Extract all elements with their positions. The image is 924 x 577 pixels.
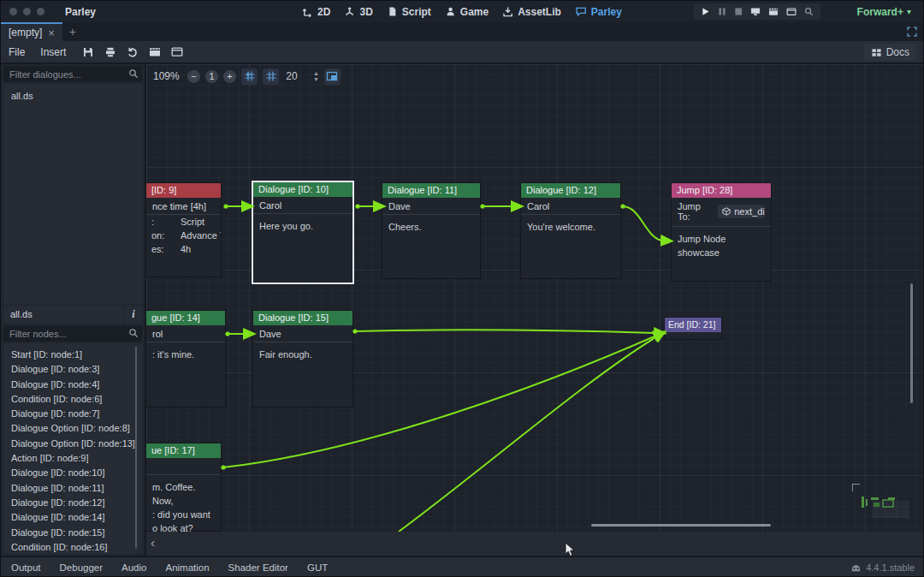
- godot-editor-window: Parley 2D 3D Script Game AssetLib: [0, 0, 924, 577]
- scene-tab-empty[interactable]: [empty] ×: [1, 22, 62, 41]
- window-maximize-dot[interactable]: [37, 8, 44, 15]
- snap-grid-icon[interactable]: [263, 68, 279, 85]
- node-text: You're welcome.: [521, 215, 620, 239]
- window-close-dot[interactable]: [9, 8, 17, 15]
- zoom-in-button[interactable]: +: [223, 70, 236, 83]
- tab-assetlib[interactable]: AssetLib: [502, 6, 561, 18]
- tab-3d[interactable]: 3D: [344, 6, 372, 18]
- save-icon[interactable]: [82, 46, 94, 58]
- docs-button[interactable]: Docs: [864, 44, 916, 61]
- horizontal-scrollbar[interactable]: [591, 524, 771, 526]
- tab-script[interactable]: Script: [387, 6, 431, 18]
- list-item[interactable]: Dialogue [ID: node:12]: [3, 496, 142, 510]
- panel-output[interactable]: Output: [11, 562, 41, 573]
- spin-up-icon[interactable]: ▲: [313, 71, 319, 76]
- snap-step-spinner[interactable]: ▲▼: [313, 71, 319, 82]
- filter-dialogues-input[interactable]: [3, 66, 142, 82]
- zoom-reset-button[interactable]: 1: [205, 70, 218, 83]
- list-item[interactable]: Dialogue Option [ID: node:13]: [3, 437, 142, 451]
- graph-node-action-9[interactable]: [ID: 9] nce time [4h] :Script on:Advance…: [146, 182, 222, 277]
- node-title[interactable]: Jump [ID: 28]: [672, 183, 771, 198]
- node-title[interactable]: End [ID: 21]: [665, 318, 721, 332]
- list-item[interactable]: Dialogue [ID: node:11]: [3, 481, 142, 496]
- window-minimize-dot[interactable]: [23, 8, 31, 15]
- filter-nodes-box: [3, 325, 142, 342]
- graph-node-dialogue-11[interactable]: Dialogue [ID: 11] Dave Cheers.: [382, 182, 481, 279]
- undo-icon[interactable]: [127, 46, 139, 58]
- search-icon: [128, 328, 139, 338]
- node-speaker: Carol: [253, 197, 352, 214]
- movie-record-button[interactable]: [786, 7, 797, 16]
- vertical-scrollbar[interactable]: [910, 283, 913, 403]
- jump-target-button[interactable]: next_di: [718, 205, 765, 218]
- node-title[interactable]: Dialogue [ID: 15]: [253, 311, 352, 325]
- game-icon: [445, 6, 456, 17]
- list-item[interactable]: Dialogue Option [ID: node:8]: [3, 421, 142, 436]
- node-text: Fair enough.: [253, 342, 352, 366]
- node-title[interactable]: Dialogue [ID: 11]: [382, 183, 480, 198]
- distraction-free-icon[interactable]: [906, 26, 918, 38]
- list-item[interactable]: Start [ID: node:1]: [3, 348, 142, 362]
- docs-icon: [871, 47, 882, 58]
- info-icon[interactable]: i: [125, 306, 142, 324]
- list-item[interactable]: Dialogue [ID: node:3]: [3, 362, 142, 377]
- pause-button[interactable]: [718, 7, 726, 16]
- node-title[interactable]: [ID: 9]: [146, 183, 221, 198]
- panel-debugger[interactable]: Debugger: [60, 562, 104, 573]
- list-item[interactable]: all.ds: [3, 89, 142, 104]
- dialogue-graph-canvas[interactable]: 109% − 1 + 20 ▲▼ [ID: 9] nce time [4h] :…: [146, 64, 924, 532]
- list-item[interactable]: Action [ID: node:9]: [3, 451, 142, 466]
- list-item[interactable]: Dialogue [ID: node:15]: [3, 526, 142, 540]
- tab-parley[interactable]: Parley: [575, 6, 622, 18]
- insert-menu[interactable]: Insert: [33, 46, 74, 58]
- chevron-left-icon[interactable]: ‹: [151, 535, 155, 550]
- renderer-selector[interactable]: Forward+ ▾: [857, 1, 911, 22]
- minimap-toggle-icon[interactable]: [324, 68, 341, 85]
- panel-gut[interactable]: GUT: [307, 562, 328, 573]
- list-item[interactable]: Dialogue [ID: node:4]: [3, 378, 142, 392]
- instance-search-button[interactable]: [804, 7, 814, 16]
- movie-writer-button[interactable]: [768, 7, 779, 16]
- list-item[interactable]: Dialogue [ID: node:14]: [3, 510, 142, 525]
- graph-node-dialogue-17[interactable]: ue [ID: 17] m. Coffee. Now, : did you wa…: [146, 443, 222, 532]
- panel-animation[interactable]: Animation: [165, 562, 209, 573]
- tab-2d[interactable]: 2D: [302, 6, 330, 18]
- node-speaker: Dave: [253, 325, 352, 342]
- graph-node-dialogue-15[interactable]: Dialogue [ID: 15] Dave Fair enough.: [252, 310, 353, 407]
- test-dialogue-from-node-icon[interactable]: [171, 46, 183, 57]
- snap-step-value[interactable]: 20: [284, 70, 299, 82]
- graph-node-end-21[interactable]: End [ID: 21]: [664, 317, 722, 340]
- remote-debug-button[interactable]: [750, 7, 761, 16]
- stop-button[interactable]: [734, 7, 743, 16]
- test-dialogue-icon[interactable]: [149, 46, 161, 57]
- close-icon[interactable]: ×: [48, 27, 55, 39]
- scrollbar[interactable]: [135, 347, 137, 549]
- graph-node-jump-28[interactable]: Jump [ID: 28] Jump To: next_di Jump Node…: [671, 182, 772, 282]
- add-scene-tab-button[interactable]: +: [62, 22, 83, 41]
- graph-minimap[interactable]: [850, 483, 910, 523]
- snap-toggle-icon[interactable]: [241, 68, 258, 85]
- list-item[interactable]: Condition [ID: node:6]: [3, 392, 142, 407]
- filter-nodes-input[interactable]: [3, 325, 142, 342]
- node-title[interactable]: gue [ID: 14]: [146, 311, 225, 325]
- panel-shader-editor[interactable]: Shader Editor: [228, 562, 288, 573]
- zoom-out-button[interactable]: −: [187, 70, 200, 83]
- graph-node-dialogue-12[interactable]: Dialogue [ID: 12] Carol You're welcome.: [520, 182, 621, 279]
- panel-audio[interactable]: Audio: [121, 562, 146, 573]
- graph-node-dialogue-10[interactable]: Dialogue [ID: 10] Carol Here you go.: [252, 181, 354, 284]
- list-item[interactable]: Dialogue [ID: node:10]: [3, 466, 142, 480]
- graph-node-dialogue-14[interactable]: gue [ID: 14] rol : it's mine.: [146, 310, 226, 407]
- spin-down-icon[interactable]: ▼: [313, 77, 319, 82]
- list-item[interactable]: Dialogue [ID: node:7]: [3, 407, 142, 421]
- list-item[interactable]: Condition [ID: node:16]: [3, 540, 142, 554]
- node-title[interactable]: Dialogue [ID: 12]: [521, 183, 620, 198]
- node-title[interactable]: Dialogue [ID: 10]: [253, 182, 352, 197]
- node-title[interactable]: ue [ID: 17]: [146, 443, 221, 458]
- action-summary: nce time [4h]: [146, 198, 221, 215]
- file-menu[interactable]: File: [1, 46, 33, 58]
- play-button[interactable]: [701, 7, 710, 16]
- window-controls[interactable]: [9, 8, 44, 15]
- export-icon[interactable]: [104, 46, 116, 58]
- tab-game[interactable]: Game: [445, 6, 489, 18]
- node-speaker: Dave: [382, 198, 480, 215]
